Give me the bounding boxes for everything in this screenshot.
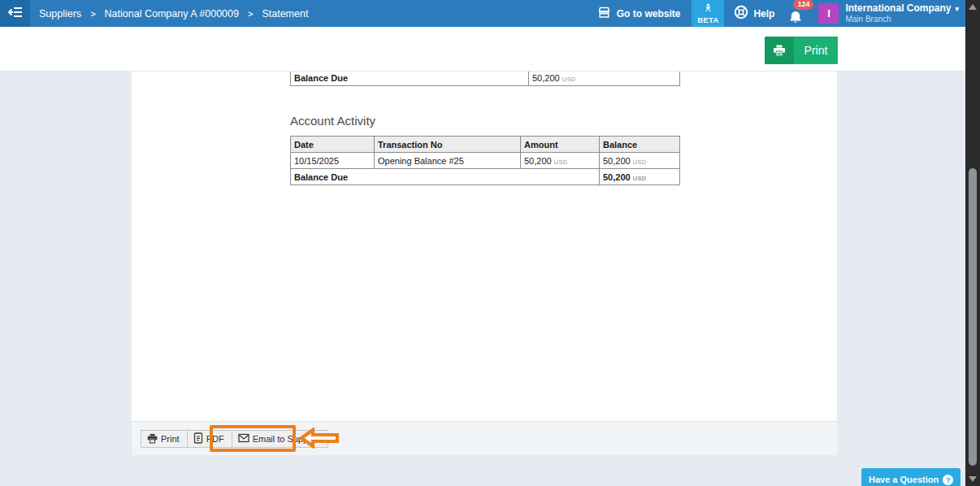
beta-badge[interactable]: BETA xyxy=(692,0,724,27)
go-to-website-link[interactable]: Go to website xyxy=(597,7,681,20)
avatar-letter: I xyxy=(827,7,830,20)
table-header-row: Date Transaction No Amount Balance xyxy=(291,137,680,153)
table-row: 10/15/2025 Opening Balance #25 50,200USD… xyxy=(291,153,680,169)
cell-transaction-no: Opening Balance #25 xyxy=(375,153,521,169)
cell-date: 10/15/2025 xyxy=(291,153,375,169)
scrollbar-thumb[interactable] xyxy=(969,168,977,466)
table-footer-row: Balance Due 50,200USD xyxy=(291,169,680,185)
footer-balance-cell: 50,200USD xyxy=(600,169,680,185)
go-to-website-label: Go to website xyxy=(617,8,681,20)
question-mark-icon: ? xyxy=(943,475,953,485)
envelope-icon xyxy=(238,433,249,445)
breadcrumb-separator: > xyxy=(248,9,253,19)
doc-pdf-label: PDF xyxy=(206,434,224,444)
scrollbar-down-arrow[interactable] xyxy=(969,476,977,482)
topbar-right-cluster: Go to website BETA Help xyxy=(597,0,965,27)
top-nav: Suppliers > National Company A #000009 >… xyxy=(0,0,965,27)
header-amount: Amount xyxy=(521,137,600,153)
collapse-menu-icon xyxy=(7,6,24,22)
print-button-label: Print xyxy=(794,37,838,64)
doc-print-label: Print xyxy=(161,434,180,444)
breadcrumb-supplier-name[interactable]: National Company A #000009 xyxy=(105,8,239,20)
pdf-file-icon xyxy=(193,432,203,445)
breadcrumb: Suppliers > National Company A #000009 >… xyxy=(39,8,308,20)
sidebar-collapse-button[interactable] xyxy=(0,0,30,27)
help-button[interactable]: Help xyxy=(734,5,774,22)
document-actions-bar: Print PDF Email to Suppl xyxy=(132,421,837,455)
header-date: Date xyxy=(291,137,375,153)
have-a-question-button[interactable]: Have a Question ? xyxy=(861,468,960,486)
printer-icon xyxy=(765,37,794,64)
branch-name: Main Branch xyxy=(845,15,959,24)
amount-currency: USD xyxy=(554,158,568,166)
company-info: International Company ▾ Main Branch xyxy=(845,3,959,24)
storefront-icon xyxy=(597,7,611,20)
printer-icon xyxy=(147,433,158,445)
breadcrumb-statement[interactable]: Statement xyxy=(262,8,308,20)
header-balance: Balance xyxy=(600,137,680,153)
scrollbar-track[interactable] xyxy=(965,0,980,486)
notification-count-badge: 124 xyxy=(793,0,813,10)
summary-value: 50,200USD xyxy=(529,72,680,86)
account-activity-table: Date Transaction No Amount Balance 10/15… xyxy=(290,136,680,185)
footer-balance-currency: USD xyxy=(633,175,647,182)
summary-currency: USD xyxy=(562,76,576,83)
pointer-arrow-icon xyxy=(298,427,340,452)
cell-balance: 50,200USD xyxy=(600,153,680,169)
company-name: International Company xyxy=(845,3,951,15)
breadcrumb-separator: > xyxy=(90,9,95,19)
scrollbar-up-arrow[interactable] xyxy=(969,4,977,10)
doc-print-button[interactable]: Print xyxy=(141,430,188,448)
cell-amount: 50,200USD xyxy=(521,153,600,169)
section-title: Account Activity xyxy=(290,114,375,128)
summary-row: Balance Due 50,200USD xyxy=(290,72,681,87)
account-menu[interactable]: I International Company ▾ Main Branch xyxy=(818,3,965,24)
summary-label: Balance Due xyxy=(291,72,529,86)
balance-currency: USD xyxy=(633,158,647,166)
page-toolbar: Print xyxy=(0,27,965,72)
rocket-icon xyxy=(704,3,713,15)
help-lifering-icon xyxy=(734,5,748,22)
notifications-button[interactable]: 124 xyxy=(787,4,805,24)
amount-value: 50,200 xyxy=(524,156,552,166)
chevron-down-icon: ▾ xyxy=(955,5,959,13)
company-avatar: I xyxy=(818,3,839,24)
doc-pdf-button[interactable]: PDF xyxy=(187,430,232,448)
footer-label: Balance Due xyxy=(291,169,600,185)
have-a-question-label: Have a Question xyxy=(869,475,939,484)
beta-label: BETA xyxy=(697,15,718,24)
statement-document: Balance Due 50,200USD Account Activity D… xyxy=(132,72,837,455)
footer-balance-value: 50,200 xyxy=(603,172,631,182)
breadcrumb-suppliers[interactable]: Suppliers xyxy=(39,8,81,20)
header-transaction-no: Transaction No xyxy=(375,137,521,153)
balance-value: 50,200 xyxy=(603,156,631,166)
help-label: Help xyxy=(753,8,774,20)
summary-amount: 50,200 xyxy=(532,73,560,83)
print-button[interactable]: Print xyxy=(765,37,838,64)
